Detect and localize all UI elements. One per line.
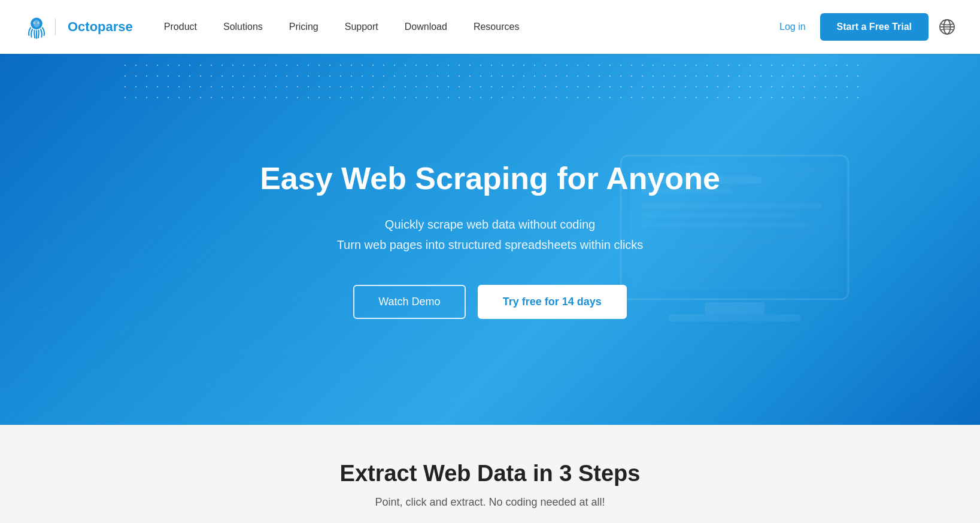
logo-link[interactable]: Octoparse [24, 14, 133, 39]
bottom-title: Extract Web Data in 3 Steps [24, 461, 956, 486]
logo-divider [55, 19, 56, 35]
bottom-subtitle: Point, click and extract. No coding need… [24, 496, 956, 509]
watch-demo-button[interactable]: Watch Demo [353, 285, 465, 319]
nav-item-pricing[interactable]: Pricing [276, 0, 332, 54]
bottom-section: Extract Web Data in 3 Steps Point, click… [0, 425, 980, 523]
svg-line-15 [0, 54, 180, 425]
login-button[interactable]: Log in [775, 22, 811, 32]
hero-buttons: Watch Demo Try free for 14 days [260, 285, 720, 319]
nav-menu: Product Solutions Pricing Support Downlo… [151, 0, 775, 54]
brand-name: Octoparse [68, 19, 133, 35]
hero-subtitle: Quickly scrape web data without coding T… [260, 214, 720, 255]
hero-dot-grid [120, 60, 860, 108]
hero-section: Easy Web Scraping for Anyone Quickly scr… [0, 54, 980, 425]
svg-point-4 [34, 22, 35, 23]
navbar-actions: Log in Start a Free Trial [775, 13, 956, 41]
navbar: Octoparse Product Solutions Pricing Supp… [0, 0, 980, 54]
start-free-trial-button[interactable]: Start a Free Trial [820, 13, 929, 41]
hero-subtitle-line2: Turn web pages into structured spreadshe… [337, 238, 644, 251]
svg-line-13 [0, 54, 299, 425]
svg-line-14 [0, 54, 239, 425]
svg-point-5 [38, 22, 40, 23]
nav-item-product[interactable]: Product [151, 0, 210, 54]
nav-item-resources[interactable]: Resources [460, 0, 532, 54]
hero-subtitle-line1: Quickly scrape web data without coding [385, 218, 595, 231]
nav-item-solutions[interactable]: Solutions [210, 0, 276, 54]
svg-line-16 [0, 54, 120, 425]
try-free-button[interactable]: Try free for 14 days [478, 285, 627, 319]
nav-item-support[interactable]: Support [332, 0, 392, 54]
octoparse-logo-icon [24, 14, 49, 39]
hero-content: Easy Web Scraping for Anyone Quickly scr… [260, 160, 720, 318]
language-selector[interactable] [938, 18, 956, 36]
globe-icon [939, 19, 955, 35]
nav-item-download[interactable]: Download [392, 0, 460, 54]
hero-title: Easy Web Scraping for Anyone [260, 160, 720, 197]
